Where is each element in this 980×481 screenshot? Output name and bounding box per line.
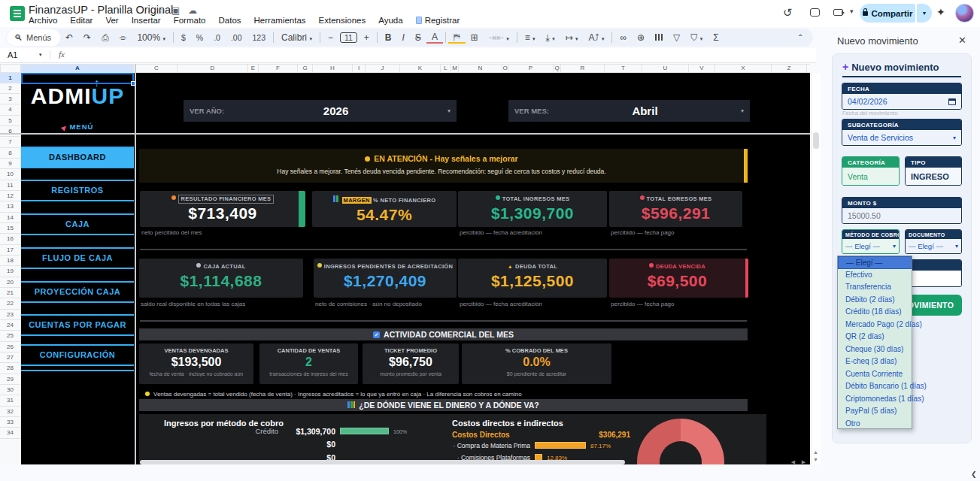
vertical-scrollbar-thumb[interactable]: [813, 132, 819, 149]
dropdown-option-cr-dito-18-d-as[interactable]: Crédito (18 días): [838, 306, 912, 319]
row-header-7[interactable]: 7: [0, 137, 21, 147]
subcategoria-value[interactable]: Venta de Servicios: [848, 133, 953, 142]
row-header-17[interactable]: 17: [0, 245, 21, 256]
menus-search-pill[interactable]: 🔍︎ Menús: [7, 29, 60, 46]
horizontal-align-icon[interactable]: ≡ ▾: [520, 32, 541, 43]
row-header-20[interactable]: 20: [0, 277, 21, 288]
dropdown-option-otro[interactable]: Otro: [838, 418, 912, 431]
decrease-decimals-icon[interactable]: .0: [208, 33, 226, 42]
column-header-Q[interactable]: Q: [554, 65, 561, 72]
sidebar-item-proyección-caja[interactable]: PROYECCIÓN CAJA: [21, 281, 134, 303]
dropdown-option-criptomonedas-1-d-as[interactable]: Criptomonedas (1 días): [838, 393, 912, 406]
row-header-14[interactable]: 14: [0, 213, 21, 223]
strikethrough-icon[interactable]: S: [410, 32, 426, 43]
row-header-25[interactable]: 25: [0, 331, 21, 341]
year-caret-icon[interactable]: ▾: [448, 107, 451, 114]
redo-icon[interactable]: ↷: [78, 32, 96, 43]
dropdown-option-d-bito-bancario-1-d-as[interactable]: Débito Bancario (1 días): [838, 380, 912, 393]
monto-value[interactable]: 15000.50: [842, 208, 961, 223]
user-avatar[interactable]: [955, 4, 974, 23]
row-header-4[interactable]: 4: [0, 104, 21, 115]
dropdown-option-d-bito-2-d-as[interactable]: Débito (2 días): [838, 294, 912, 307]
column-header-I[interactable]: I: [353, 65, 366, 72]
row-header-29[interactable]: 29: [0, 374, 21, 385]
more-formats-icon[interactable]: 123: [247, 33, 272, 42]
row-header-32[interactable]: 32: [0, 407, 21, 417]
subcategoria-field[interactable]: SUBCATEGORÍA Venta de Servicios ▾: [842, 119, 962, 146]
collapse-toolbar-icon[interactable]: ⌃: [797, 33, 803, 41]
menu-ayuda[interactable]: Ayuda: [378, 16, 402, 25]
column-header-N[interactable]: N: [459, 65, 502, 72]
font-size-decrease[interactable]: −: [323, 32, 338, 43]
menu-formato[interactable]: Formato: [174, 16, 206, 25]
metodo-value[interactable]: — Elegí —: [845, 242, 893, 250]
dropdown-option-cheque-30-d-as[interactable]: Cheque (30 días): [838, 343, 912, 356]
share-button[interactable]: Compartir: [860, 4, 915, 23]
print-icon[interactable]: ⎙: [96, 32, 114, 43]
row-header-11[interactable]: 11: [0, 180, 21, 191]
scroll-left-icon[interactable]: ◀: [788, 459, 798, 465]
row-header-10[interactable]: 10: [0, 169, 21, 180]
name-box-caret-icon[interactable]: ▾: [39, 52, 42, 58]
dropdown-option-qr-2-d-as[interactable]: QR (2 días): [838, 331, 912, 343]
dropdown-option-e-cheq-3-d-as[interactable]: E-cheq (3 días): [838, 355, 912, 368]
monto-field[interactable]: MONTO $ 15000.50: [842, 197, 962, 224]
column-header-J[interactable]: J: [366, 65, 400, 72]
row-header-23[interactable]: 23: [0, 310, 21, 320]
year-filter[interactable]: VER AÑO: 2026 ▾: [184, 100, 457, 122]
row-header-21[interactable]: 21: [0, 288, 21, 298]
column-header-T[interactable]: T: [605, 65, 642, 72]
percent-format-icon[interactable]: %: [191, 33, 208, 42]
menu-herramientas[interactable]: Herramientas: [254, 16, 306, 25]
select-all-corner[interactable]: [0, 64, 21, 73]
insert-link-icon[interactable]: ∞: [614, 32, 632, 43]
vertical-scrollbar[interactable]: [811, 73, 821, 465]
row-header-31[interactable]: 31: [0, 395, 21, 406]
fecha-field[interactable]: FECHA 04/02/2026: [842, 83, 962, 110]
month-caret-icon[interactable]: ▾: [741, 107, 744, 114]
menu-ver[interactable]: Ver: [105, 16, 118, 25]
filter-views-icon[interactable]: ⛉ ▾: [685, 32, 708, 43]
chevron-down-icon[interactable]: ▾: [953, 135, 956, 141]
dropdown-option-efectivo[interactable]: Efectivo: [838, 269, 912, 282]
sidebar-item-registros[interactable]: REGISTROS: [21, 180, 134, 201]
row-header-34[interactable]: 34: [0, 428, 21, 438]
paint-format-icon[interactable]: ⌯: [114, 32, 132, 43]
column-header-P[interactable]: P: [508, 65, 554, 72]
horizontal-scrollbar-thumb[interactable]: [140, 460, 625, 464]
column-header-O[interactable]: O: [502, 65, 508, 72]
menu-extensiones[interactable]: Extensiones: [319, 16, 366, 25]
dropdown-option-mercado-pago-2-d-as[interactable]: Mercado Pago (2 días): [838, 319, 912, 331]
close-icon[interactable]: ✕: [958, 35, 966, 46]
chevron-down-icon[interactable]: ▾: [893, 243, 896, 250]
row-header-15[interactable]: 15: [0, 223, 21, 234]
share-dropdown-button[interactable]: ▾: [917, 4, 932, 23]
column-header-Z[interactable]: Z: [772, 65, 807, 72]
dropdown-option-eleg[interactable]: — Elegí —: [838, 256, 912, 269]
currency-format-icon[interactable]: $: [176, 33, 191, 42]
column-header-D[interactable]: D: [177, 65, 248, 72]
filter-icon[interactable]: ▽: [668, 32, 685, 43]
zoom-select[interactable]: 100% ▾: [132, 32, 171, 43]
column-header-C[interactable]: C: [136, 65, 177, 72]
functions-icon[interactable]: Σ: [708, 32, 724, 43]
scroll-up-icon[interactable]: ▲: [811, 449, 821, 455]
formula-bar[interactable]: [0, 48, 816, 63]
column-header-F[interactable]: F: [259, 65, 298, 72]
gemini-sparkle-icon[interactable]: ✦: [936, 6, 945, 18]
documento-field[interactable]: DOCUMENTO — Elegí — ▾: [905, 229, 962, 254]
text-rotation-icon[interactable]: A⤴ ▾: [584, 32, 610, 43]
fill-handle[interactable]: [131, 81, 135, 86]
column-header-X[interactable]: X: [715, 65, 772, 72]
italic-icon[interactable]: I: [397, 32, 410, 43]
row-header-8[interactable]: 8: [0, 148, 21, 159]
insert-chart-icon[interactable]: [650, 32, 668, 43]
text-color-icon[interactable]: A: [426, 32, 443, 44]
column-header-V[interactable]: V: [689, 65, 715, 72]
star-icon[interactable]: ☆: [156, 5, 165, 16]
column-header-E[interactable]: E: [248, 65, 259, 72]
row-header-24[interactable]: 24: [0, 320, 21, 331]
dropdown-option-paypal-5-d-as[interactable]: PayPal (5 días): [838, 405, 912, 418]
undo-icon[interactable]: ↶: [60, 32, 78, 43]
dropdown-option-cuenta-corriente[interactable]: Cuenta Corriente: [838, 368, 912, 381]
